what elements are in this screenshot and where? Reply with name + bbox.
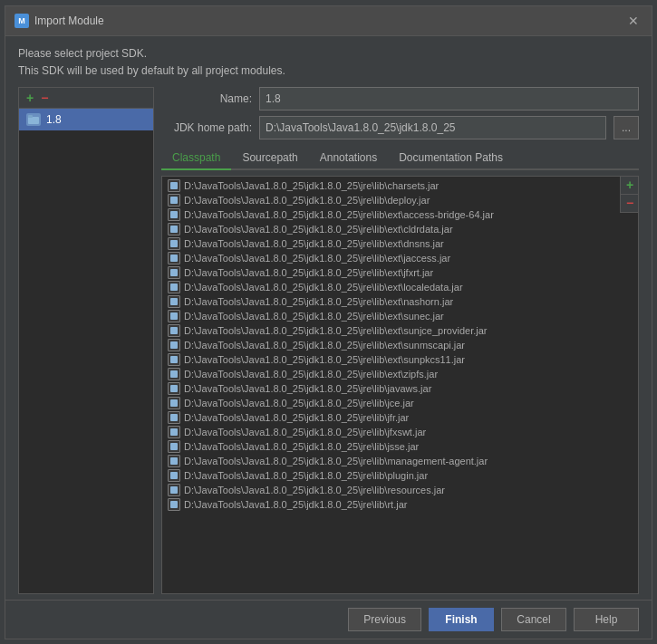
jdk-path-field-row: JDK home path: ... (161, 116, 639, 139)
jar-icon (168, 252, 180, 264)
tabs-row: Classpath Sourcepath Annotations Documen… (161, 147, 639, 170)
classpath-entry: D:\JavaTools\Java1.8.0_25\jdk1.8.0_25\jr… (184, 354, 465, 365)
tab-classpath[interactable]: Classpath (161, 147, 231, 170)
classpath-entry: D:\JavaTools\Java1.8.0_25\jdk1.8.0_25\jr… (184, 267, 433, 278)
list-item[interactable]: D:\JavaTools\Java1.8.0_25\jdk1.8.0_25\jr… (166, 207, 616, 222)
list-item[interactable]: D:\JavaTools\Java1.8.0_25\jdk1.8.0_25\jr… (166, 367, 616, 381)
sdk-item[interactable]: 1.8 (19, 109, 153, 130)
list-item[interactable]: D:\JavaTools\Java1.8.0_25\jdk1.8.0_25\jr… (166, 323, 616, 338)
classpath-entry: D:\JavaTools\Java1.8.0_25\jdk1.8.0_25\jr… (184, 311, 444, 322)
jar-icon (168, 266, 180, 279)
classpath-remove-button[interactable]: − (621, 195, 639, 213)
classpath-entry: D:\JavaTools\Java1.8.0_25\jdk1.8.0_25\jr… (184, 485, 445, 495)
classpath-list: D:\JavaTools\Java1.8.0_25\jdk1.8.0_25\jr… (162, 177, 638, 514)
jar-icon (168, 455, 180, 467)
help-button[interactable]: Help (574, 608, 639, 631)
remove-sdk-button[interactable]: − (39, 91, 50, 104)
name-field-row: Name: (161, 87, 639, 111)
tab-sourcepath[interactable]: Sourcepath (231, 147, 308, 168)
jdk-browse-button[interactable]: ... (614, 116, 639, 139)
classpath-entry: D:\JavaTools\Java1.8.0_25\jdk1.8.0_25\jr… (184, 253, 450, 264)
sidebar-toolbar: + − (19, 88, 153, 109)
classpath-entry: D:\JavaTools\Java1.8.0_25\jdk1.8.0_25\jr… (184, 412, 409, 423)
list-item[interactable]: D:\JavaTools\Java1.8.0_25\jdk1.8.0_25\jr… (166, 309, 616, 323)
list-item[interactable]: D:\JavaTools\Java1.8.0_25\jdk1.8.0_25\jr… (166, 236, 616, 251)
title-bar-left: M Import Module (14, 14, 104, 28)
finish-button[interactable]: Finish (429, 608, 494, 631)
jar-icon (168, 324, 180, 337)
classpath-entry: D:\JavaTools\Java1.8.0_25\jdk1.8.0_25\jr… (184, 282, 463, 293)
jar-icon (168, 281, 180, 293)
jar-icon (168, 469, 180, 482)
list-item[interactable]: D:\JavaTools\Java1.8.0_25\jdk1.8.0_25\jr… (166, 251, 616, 265)
classpath-entry: D:\JavaTools\Java1.8.0_25\jdk1.8.0_25\jr… (184, 499, 407, 510)
jar-icon (168, 440, 180, 453)
list-item[interactable]: D:\JavaTools\Java1.8.0_25\jdk1.8.0_25\jr… (166, 294, 616, 309)
tab-annotations[interactable]: Annotations (309, 147, 388, 168)
sdk-sidebar: + − 1.8 (18, 87, 154, 594)
main-area: + − 1.8 Name: JDK home path: ... (5, 87, 652, 600)
jar-icon (168, 208, 180, 221)
list-item[interactable]: D:\JavaTools\Java1.8.0_25\jdk1.8.0_25\jr… (166, 222, 616, 236)
jar-icon (168, 484, 180, 496)
svg-rect-0 (28, 117, 39, 124)
classpath-add-button[interactable]: + (621, 177, 639, 195)
classpath-entry: D:\JavaTools\Java1.8.0_25\jdk1.8.0_25\jr… (184, 427, 426, 437)
list-item[interactable]: D:\JavaTools\Java1.8.0_25\jdk1.8.0_25\jr… (166, 454, 616, 468)
tab-documentation-paths[interactable]: Documentation Paths (388, 147, 514, 168)
jar-icon (168, 498, 180, 511)
list-item[interactable]: D:\JavaTools\Java1.8.0_25\jdk1.8.0_25\jr… (166, 352, 616, 367)
name-input[interactable] (259, 87, 639, 111)
jar-icon (168, 310, 180, 322)
jar-icon (168, 353, 180, 366)
dialog-icon: M (14, 14, 29, 28)
previous-button[interactable]: Previous (348, 608, 421, 631)
name-label: Name: (161, 92, 252, 105)
list-item[interactable]: D:\JavaTools\Java1.8.0_25\jdk1.8.0_25\jr… (166, 265, 616, 280)
content-panel: Name: JDK home path: ... Classpath Sourc… (161, 87, 639, 594)
classpath-entry: D:\JavaTools\Java1.8.0_25\jdk1.8.0_25\jr… (184, 470, 428, 481)
classpath-entry: D:\JavaTools\Java1.8.0_25\jdk1.8.0_25\jr… (184, 195, 430, 206)
list-item[interactable]: D:\JavaTools\Java1.8.0_25\jdk1.8.0_25\jr… (166, 338, 616, 352)
description-line1: Please select project SDK. (18, 45, 639, 62)
cancel-button[interactable]: Cancel (501, 608, 566, 631)
classpath-panel: + − D:\JavaTools\Java1.8.0_25\jdk1.8.0_2… (161, 176, 639, 594)
jar-icon (168, 397, 180, 409)
jar-icon (168, 194, 180, 207)
list-item[interactable]: D:\JavaTools\Java1.8.0_25\jdk1.8.0_25\jr… (166, 483, 616, 497)
jar-icon (168, 382, 180, 395)
import-module-dialog: M Import Module ✕ Please select project … (5, 5, 652, 639)
classpath-entry: D:\JavaTools\Java1.8.0_25\jdk1.8.0_25\jr… (184, 383, 431, 394)
list-item[interactable]: D:\JavaTools\Java1.8.0_25\jdk1.8.0_25\jr… (166, 396, 616, 410)
jar-icon (168, 223, 180, 235)
jdk-path-input[interactable] (259, 116, 606, 139)
classpath-toolbar: + − (620, 177, 638, 213)
list-item[interactable]: D:\JavaTools\Java1.8.0_25\jdk1.8.0_25\jr… (166, 381, 616, 396)
list-item[interactable]: D:\JavaTools\Java1.8.0_25\jdk1.8.0_25\jr… (166, 410, 616, 425)
list-item[interactable]: D:\JavaTools\Java1.8.0_25\jdk1.8.0_25\jr… (166, 280, 616, 294)
sdk-folder-icon (26, 113, 41, 126)
jar-icon (168, 237, 180, 250)
jar-icon (168, 295, 180, 308)
list-item[interactable]: D:\JavaTools\Java1.8.0_25\jdk1.8.0_25\jr… (166, 425, 616, 439)
jar-icon (168, 339, 180, 351)
jar-icon (168, 411, 180, 424)
dialog-title: Import Module (34, 14, 104, 27)
description-line2: This SDK will be used by default by all … (18, 62, 639, 80)
classpath-entry: D:\JavaTools\Java1.8.0_25\jdk1.8.0_25\jr… (184, 398, 414, 409)
classpath-entry: D:\JavaTools\Java1.8.0_25\jdk1.8.0_25\jr… (184, 296, 453, 307)
classpath-entry: D:\JavaTools\Java1.8.0_25\jdk1.8.0_25\jr… (184, 238, 444, 249)
list-item[interactable]: D:\JavaTools\Java1.8.0_25\jdk1.8.0_25\jr… (166, 178, 616, 193)
add-sdk-button[interactable]: + (24, 91, 35, 104)
description-area: Please select project SDK. This SDK will… (5, 36, 652, 87)
jar-icon (168, 368, 180, 380)
classpath-entry: D:\JavaTools\Java1.8.0_25\jdk1.8.0_25\jr… (184, 224, 453, 235)
list-item[interactable]: D:\JavaTools\Java1.8.0_25\jdk1.8.0_25\jr… (166, 439, 616, 454)
dialog-footer: Previous Finish Cancel Help (5, 600, 652, 639)
list-item[interactable]: D:\JavaTools\Java1.8.0_25\jdk1.8.0_25\jr… (166, 193, 616, 207)
close-button[interactable]: ✕ (624, 12, 643, 30)
list-item[interactable]: D:\JavaTools\Java1.8.0_25\jdk1.8.0_25\jr… (166, 468, 616, 483)
classpath-entry: D:\JavaTools\Java1.8.0_25\jdk1.8.0_25\jr… (184, 325, 487, 336)
classpath-entry: D:\JavaTools\Java1.8.0_25\jdk1.8.0_25\jr… (184, 441, 419, 452)
list-item[interactable]: D:\JavaTools\Java1.8.0_25\jdk1.8.0_25\jr… (166, 497, 616, 512)
